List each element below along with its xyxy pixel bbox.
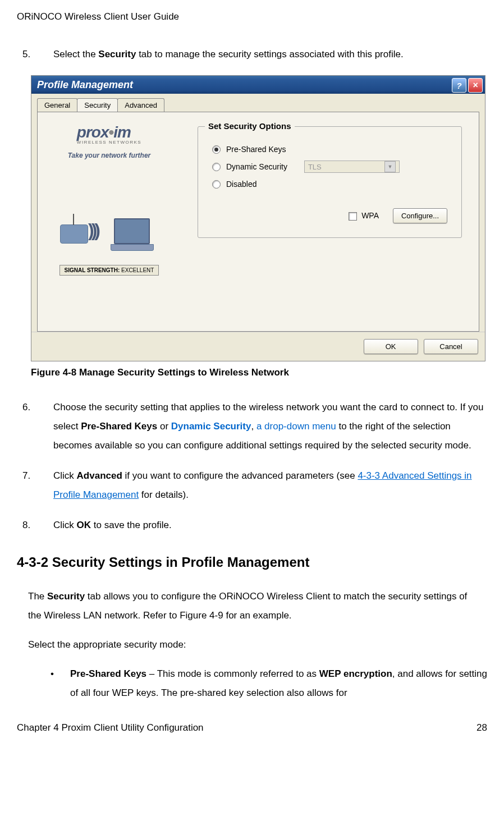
step-text: Click Advanced if you want to configure …: [53, 466, 487, 505]
figure-4-8: Profile Management ? × General Security …: [31, 75, 487, 378]
radio-icon: [212, 180, 221, 189]
step-6: 6. Choose the security setting that appl…: [22, 398, 487, 455]
chevron-down-icon: ▼: [384, 161, 396, 172]
proxim-logo: prox•im WIRELESS NETWORKS: [77, 123, 141, 145]
tab-advanced[interactable]: Advanced: [117, 98, 164, 112]
footer-chapter: Chapter 4 Proxim Client Utility Configur…: [17, 722, 204, 734]
left-panel: prox•im WIRELESS NETWORKS Take your netw…: [38, 112, 181, 331]
radio-disabled[interactable]: Disabled: [212, 180, 447, 189]
step-5: 5. Select the Security tab to manage the…: [22, 45, 487, 64]
checkbox-icon: [349, 212, 357, 221]
step-text: Click OK to save the profile.: [53, 516, 487, 535]
step-8: 8. Click OK to save the profile.: [22, 516, 487, 535]
radio-dynamic[interactable]: Dynamic Security TLS ▼: [212, 161, 447, 173]
tagline: Take your network further: [68, 152, 151, 159]
section-heading: 4-3-2 Security Settings in Profile Manag…: [17, 554, 487, 570]
dialog-titlebar: Profile Management ? ×: [31, 76, 485, 94]
page-footer: Chapter 4 Proxim Client Utility Configur…: [17, 722, 487, 734]
dialog-title: Profile Management: [37, 79, 133, 91]
step-number: 6.: [22, 398, 53, 455]
signal-strength: SIGNAL STRENGTH: EXCELLENT: [59, 265, 159, 276]
radio-preshared[interactable]: Pre-Shared Keys: [212, 145, 447, 154]
cancel-button[interactable]: Cancel: [424, 339, 478, 354]
help-button[interactable]: ?: [452, 78, 466, 93]
tab-general[interactable]: General: [37, 98, 77, 112]
right-panel: Set Security Options Pre-Shared Keys Dyn…: [181, 112, 479, 331]
step-text: Select the Security tab to manage the se…: [53, 45, 487, 64]
security-options-group: Set Security Options Pre-Shared Keys Dyn…: [198, 126, 462, 238]
radio-icon: [212, 145, 221, 154]
wpa-checkbox[interactable]: WPA: [349, 211, 379, 221]
device-illustration: ))): [60, 193, 158, 255]
configure-button[interactable]: Configure...: [393, 208, 447, 223]
step-number: 7.: [22, 466, 53, 505]
step-number: 8.: [22, 516, 53, 535]
figure-caption: Figure 4-8 Manage Security Settings to W…: [31, 367, 487, 378]
radio-icon: [212, 163, 221, 171]
body-paragraph: Select the appropriate security mode:: [28, 635, 476, 654]
body-paragraph: The Security tab allows you to configure…: [28, 587, 476, 625]
bullet-preshared: • Pre-Shared Keys – This mode is commonl…: [51, 664, 487, 703]
step-text: Choose the security setting that applies…: [53, 398, 487, 455]
tab-security[interactable]: Security: [77, 98, 118, 112]
step-number: 5.: [22, 45, 53, 64]
profile-management-dialog: Profile Management ? × General Security …: [31, 75, 485, 361]
step-7: 7. Click Advanced if you want to configu…: [22, 466, 487, 505]
ok-button[interactable]: OK: [364, 339, 418, 354]
security-type-dropdown: TLS ▼: [304, 161, 400, 173]
footer-page-number: 28: [476, 722, 487, 734]
group-title: Set Security Options: [205, 121, 295, 131]
doc-header: ORiNOCO Wireless Client User Guide: [17, 11, 487, 22]
bullet-icon: •: [51, 664, 70, 703]
close-button[interactable]: ×: [468, 78, 483, 93]
